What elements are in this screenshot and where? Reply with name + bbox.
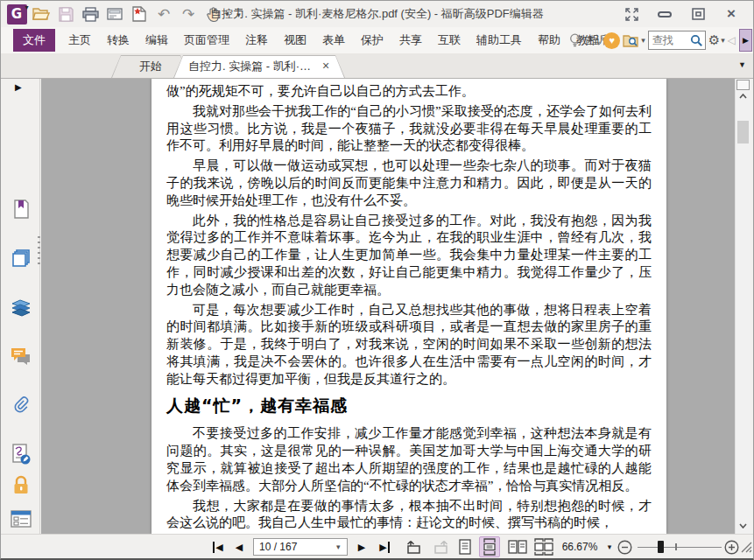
paragraph: 不要接受过多的工作安排，减少工作量才能感觉到幸福，这种想法本身就是有问题的。其实…	[166, 425, 652, 494]
expand-nav-panel-icon[interactable]: ▶	[15, 82, 22, 92]
page-number-caret-icon[interactable]: ▾	[336, 542, 341, 551]
restore-icon[interactable]	[681, 2, 715, 26]
page-text: 做”的死规矩不可，要允许自己以自己的方式去工作。 我就对那些会干扰我工作的“自己…	[152, 79, 666, 532]
menu-view[interactable]: 视图	[276, 29, 314, 52]
paragraph: 可是，每次想要减少工作时，自己又总想找些其他的事做，想将日程表上空着的时间都填满…	[166, 302, 652, 388]
logo-caret-icon: ▾	[25, 4, 28, 11]
page-number-box: ▾	[253, 538, 348, 556]
gear-icon[interactable]: ⚙	[708, 32, 720, 48]
menu-bar: 文件 主页 转换 编辑 页面管理 注释 视图 表单 保护 共享 互联 辅助工具 …	[1, 27, 753, 53]
search-folder-caret-icon[interactable]: ▾	[641, 36, 645, 45]
menu-comment[interactable]: 注释	[237, 29, 276, 52]
resize-grip-icon[interactable]	[739, 535, 753, 559]
zoom-slider-track[interactable]	[638, 547, 722, 549]
collapse-toolbar-icon[interactable]: ◁	[728, 34, 736, 46]
facing-view-button[interactable]	[507, 536, 528, 557]
paragraph: 我就对那些会干扰我工作的“自己的小习惯”采取接受的态度，还学会了如何去利用这些习…	[166, 103, 652, 155]
zoom-caret-icon[interactable]: ▾	[605, 535, 614, 559]
heart-icon[interactable]: ♥	[603, 32, 620, 49]
paragraph: 早晨，可以做一做运动或冥想，也可以处理一些杂七杂八的琐事。而对于夜猫子的我来说，…	[166, 158, 652, 209]
section-heading: 人越“忙”，越有幸福感	[166, 397, 652, 415]
minimize-icon[interactable]	[648, 2, 681, 26]
last-page-button[interactable]: ▶	[376, 535, 393, 559]
comments-panel-icon[interactable]	[10, 345, 32, 368]
window-title: 自控力. 实操篇 - 凯利·麦格尼格尔.pdf (安全) - 福昕高级PDF编辑…	[210, 1, 544, 27]
print-icon[interactable]	[78, 3, 102, 25]
first-page-button[interactable]: ◀	[209, 535, 227, 559]
undo-icon[interactable]: ↶	[152, 3, 176, 25]
next-view-button[interactable]	[430, 535, 453, 559]
vertical-scrollbar[interactable]	[735, 79, 750, 534]
layers-panel-icon[interactable]	[10, 296, 32, 318]
panel-splitter-handle[interactable]	[38, 236, 40, 268]
security-panel-icon[interactable]	[10, 474, 32, 497]
menu-home[interactable]: 主页	[60, 29, 99, 52]
zoom-in-button[interactable]	[722, 535, 740, 559]
save-icon[interactable]	[53, 3, 78, 25]
find-input[interactable]	[649, 34, 690, 46]
menu-share[interactable]: 共享	[391, 29, 430, 52]
redo-icon[interactable]: ↷	[176, 3, 201, 25]
logo-letter: G	[11, 6, 22, 22]
document-canvas: 做”的死规矩不可，要允许自己以自己的方式去工作。 我就对那些会干扰我工作的“自己…	[41, 79, 735, 534]
menu-edit[interactable]: 编辑	[137, 29, 176, 52]
menu-help[interactable]: 帮助	[530, 29, 568, 52]
tab-document[interactable]: 自控力. 实操篇 - 凯利·… ×	[173, 55, 345, 78]
paragraph: 做”的死规矩不可，要允许自己以自己的方式去工作。	[166, 83, 652, 101]
menu-form[interactable]: 表单	[314, 29, 353, 52]
tab-overflow-icon[interactable]: ▼	[738, 60, 746, 69]
continuous-facing-view-button[interactable]	[533, 536, 554, 557]
menu-organize[interactable]: 页面管理	[176, 29, 237, 52]
create-pdf-icon[interactable]	[127, 3, 152, 25]
menu-connect[interactable]: 互联	[430, 29, 469, 52]
digital-signatures-panel-icon[interactable]	[10, 443, 32, 466]
main-area: ▶	[1, 78, 753, 534]
single-page-view-button[interactable]	[455, 536, 476, 557]
page-number-input[interactable]	[254, 541, 324, 553]
close-icon[interactable]: ×	[715, 2, 748, 26]
menu-accessibility[interactable]: 辅助工具	[469, 29, 530, 52]
zoom-level-value[interactable]: 66.67%	[558, 535, 602, 559]
scrollbar-thumb[interactable]	[737, 121, 749, 144]
paragraph: 此外，我的性格总是容易让自己接受过多的工作。对此，我没有抱怨，因为我觉得过多的工…	[166, 213, 652, 299]
open-file-icon[interactable]	[29, 3, 53, 25]
zoom-slider-tick	[675, 543, 677, 550]
menu-file-button[interactable]: 文件	[13, 29, 55, 52]
fullscreen-icon[interactable]	[615, 2, 648, 26]
fields-panel-icon[interactable]	[10, 508, 32, 530]
bookmarks-panel-icon[interactable]	[10, 198, 32, 220]
page-thumbnails-panel-icon[interactable]	[10, 247, 32, 270]
expand-panel-button[interactable]: ▶	[739, 29, 752, 52]
menu-convert[interactable]: 转换	[99, 29, 137, 52]
title-bar: G▾ ↶ ↷ ▾ ▾	[1, 1, 753, 27]
menu-bar-right: 告诉 ♥ ▾ ⚙ ▾ ◁ ▶	[565, 27, 753, 53]
paragraph: 我想，大家都是在要做的事情太多，根本抽不出时间，特别想抱怨的时候，才会这么说的吧…	[166, 498, 652, 533]
pdf-page[interactable]: 做”的死规矩不可，要允许自己以自己的方式去工作。 我就对那些会干扰我工作的“自己…	[152, 79, 666, 534]
lightbulb-icon	[565, 29, 584, 52]
app-window: G▾ ↶ ↷ ▾ ▾	[0, 0, 754, 560]
search-icon[interactable]	[690, 34, 703, 47]
zoom-slider-thumb[interactable]	[658, 541, 664, 553]
gear-caret-icon[interactable]: ▾	[721, 36, 725, 45]
scroll-up-icon[interactable]	[737, 91, 749, 102]
next-page-button[interactable]: ▶	[355, 535, 369, 559]
scrollbar-top-button[interactable]	[736, 80, 750, 90]
previous-view-button[interactable]	[402, 535, 425, 559]
window-controls: ×	[615, 1, 748, 27]
email-document-icon[interactable]	[102, 3, 127, 25]
find-box	[648, 31, 706, 50]
scroll-down-icon[interactable]	[737, 521, 749, 531]
tab-close-icon[interactable]: ×	[319, 59, 333, 73]
zoom-out-button[interactable]	[616, 535, 633, 559]
menu-protect[interactable]: 保护	[353, 29, 391, 52]
document-tab-bar: 开始 自控力. 实操篇 - 凯利·… × ▼	[1, 53, 753, 78]
previous-page-button[interactable]: ◀	[232, 535, 246, 559]
foxit-logo-icon[interactable]: G▾	[4, 3, 29, 25]
continuous-view-button[interactable]	[479, 536, 500, 557]
attachments-panel-icon[interactable]	[10, 394, 32, 416]
navigation-panel-bar: ▶	[1, 79, 40, 534]
search-folder-icon[interactable]	[620, 29, 641, 52]
status-bar: ◀ ◀ ▾ ▶ ▶ 66.67% ▾	[1, 534, 753, 558]
